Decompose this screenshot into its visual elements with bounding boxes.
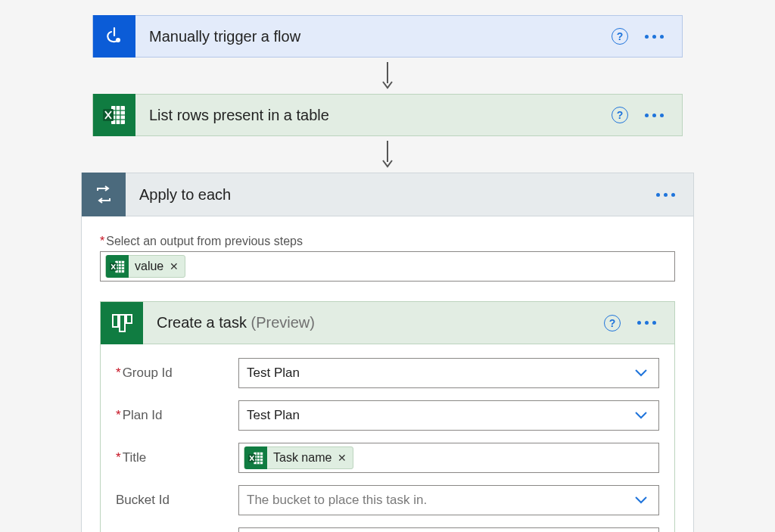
excel-icon (244, 446, 267, 469)
start-date-input[interactable]: The datetime the task starts (Ex. '2018-… (238, 527, 659, 532)
remove-token-icon[interactable]: ✕ (338, 452, 347, 464)
loop-icon (82, 173, 126, 216)
svg-rect-18 (120, 315, 125, 331)
group-id-input[interactable]: Test Plan (238, 358, 659, 388)
excel-icon (106, 255, 129, 278)
task-name-token[interactable]: Task name ✕ (244, 446, 353, 469)
svg-rect-17 (113, 315, 118, 327)
trigger-title: Manually trigger a flow (135, 28, 612, 45)
select-output-input[interactable]: value ✕ (100, 251, 675, 282)
bucket-id-label: Bucket Id (116, 493, 229, 508)
plan-id-label: *Plan Id (116, 408, 229, 423)
chevron-down-icon (634, 496, 648, 505)
connector-arrow (380, 136, 395, 173)
help-icon[interactable]: ? (612, 28, 628, 45)
chevron-down-icon (634, 369, 648, 378)
excel-icon (93, 94, 135, 136)
plan-id-input[interactable]: Test Plan (238, 400, 659, 431)
create-task-card: Create a task (Preview) ? *Group Id (100, 301, 675, 532)
remove-token-icon[interactable]: ✕ (170, 260, 179, 272)
excel-title: List rows present in a table (135, 107, 612, 124)
group-id-label: *Group Id (116, 366, 229, 381)
trigger-icon (93, 15, 135, 58)
more-icon[interactable] (653, 190, 678, 200)
value-token[interactable]: value ✕ (105, 255, 185, 278)
svg-rect-19 (126, 315, 132, 323)
field-bucket-id: Bucket Id The bucket to place this task … (116, 485, 659, 515)
excel-card[interactable]: List rows present in a table ? (92, 94, 683, 136)
connector-arrow (380, 58, 395, 94)
apply-to-each-container: Apply to each *Select an output from pre… (81, 173, 694, 532)
token-label: value (135, 260, 163, 273)
more-icon[interactable] (642, 32, 667, 42)
field-plan-id: *Plan Id Test Plan (116, 400, 659, 431)
trigger-card[interactable]: Manually trigger a flow ? (92, 15, 683, 58)
title-label: *Title (116, 450, 229, 465)
field-group-id: *Group Id Test Plan (116, 358, 659, 388)
help-icon[interactable]: ? (612, 107, 628, 123)
create-task-title: Create a task (Preview) (143, 314, 604, 331)
more-icon[interactable] (634, 318, 659, 328)
title-input[interactable]: Task name ✕ (238, 443, 659, 473)
more-icon[interactable] (642, 110, 667, 120)
apply-header[interactable]: Apply to each (81, 173, 694, 216)
field-start-date: Start Date Time The datetime the task st… (116, 527, 659, 532)
apply-title: Apply to each (126, 186, 653, 204)
select-output-label: *Select an output from previous steps (100, 235, 675, 248)
planner-icon (101, 302, 143, 344)
bucket-id-input[interactable]: The bucket to place this task in. (238, 485, 659, 515)
help-icon[interactable]: ? (604, 315, 621, 331)
svg-point-0 (116, 38, 120, 42)
token-label: Task name (273, 451, 331, 465)
chevron-down-icon (634, 411, 648, 420)
field-title: *Title (116, 443, 659, 473)
create-task-header[interactable]: Create a task (Preview) ? (101, 302, 674, 344)
